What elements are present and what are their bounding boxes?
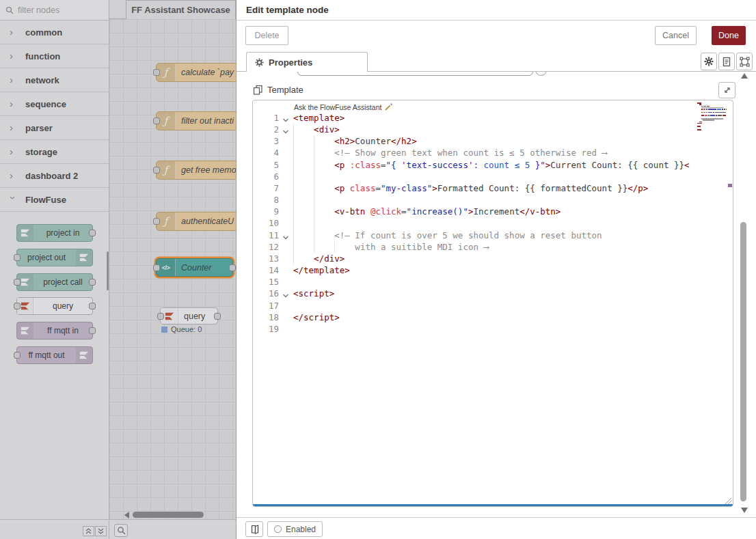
- assistant-hint[interactable]: Ask the FlowFuse Assistant: [294, 102, 393, 111]
- workspace-search-button[interactable]: [114, 524, 128, 537]
- code-line-16: 16<script>: [253, 288, 733, 299]
- node-appearance-button[interactable]: [736, 53, 753, 70]
- delete-button[interactable]: Delete: [245, 26, 288, 45]
- node-label: get free memo: [176, 165, 236, 175]
- palette-category-label: dashboard 2: [25, 171, 78, 181]
- palette-category-label: FlowFuse: [25, 195, 66, 205]
- flow-node-calculate-pay[interactable]: ƒcalculate `pay: [156, 63, 236, 82]
- node-enabled-toggle[interactable]: Enabled: [267, 521, 323, 537]
- palette-category-function[interactable]: ›function: [0, 44, 109, 68]
- flow-node-query[interactable]: query: [160, 307, 218, 324]
- edit-template-node-dialog: Edit template node Delete Cancel Done Pr…: [236, 0, 756, 539]
- input-port[interactable]: [153, 264, 160, 271]
- flow-node-filter-out-inacti[interactable]: ƒfilter out inacti: [156, 111, 236, 130]
- editor-resize-grip[interactable]: [723, 495, 732, 504]
- palette-node-project-in[interactable]: project in: [16, 224, 93, 242]
- code-line-8: 8: [253, 194, 733, 206]
- palette-category-parser[interactable]: ›parser: [0, 116, 109, 140]
- template-code-editor[interactable]: Ask the FlowFuse Assistant 1<template>2<…: [252, 100, 733, 507]
- flow-tab[interactable]: FF Assistant Showcase: [126, 0, 236, 19]
- palette-category-label: network: [25, 75, 59, 85]
- dialog-scrollbar-thumb[interactable]: [740, 222, 746, 501]
- palette-node-query[interactable]: query: [16, 297, 93, 315]
- enabled-state-icon: [274, 525, 282, 533]
- cancel-button[interactable]: Cancel: [655, 26, 697, 45]
- node-label: filter out inacti: [176, 116, 236, 126]
- hscroll-left-arrow[interactable]: [124, 512, 129, 519]
- output-port[interactable]: [229, 264, 236, 271]
- palette-node-label: ff mqtt out: [17, 350, 76, 360]
- palette-category-label: parser: [25, 123, 53, 133]
- editor-focus-bar: [253, 504, 733, 506]
- flow-node-Counter[interactable]: </>Counter: [156, 258, 233, 277]
- queue-status-text: Queue: 0: [171, 325, 202, 333]
- hscroll-thumb[interactable]: [133, 512, 204, 518]
- template-copy-icon: [253, 85, 263, 95]
- chevron-right-icon: ›: [10, 77, 16, 83]
- resize-grip-icon: [723, 496, 732, 505]
- chevron-double-up-icon: [85, 527, 92, 535]
- workspace[interactable]: FF Assistant Showcase ƒcalculate `payƒfi…: [109, 0, 236, 519]
- input-port[interactable]: [157, 313, 164, 320]
- flow-node-get-free-memo[interactable]: ƒget free memo: [156, 161, 236, 180]
- input-port[interactable]: [153, 167, 160, 174]
- input-port[interactable]: [14, 352, 21, 359]
- output-port[interactable]: [89, 230, 96, 236]
- palette-search-input[interactable]: filter nodes: [0, 0, 109, 20]
- palette-category-common[interactable]: ›common: [0, 20, 109, 44]
- palette-category-dashboard-2[interactable]: ›dashboard 2: [0, 164, 109, 188]
- indent-guide: [293, 194, 294, 206]
- code-line-9: 9<v-btn @click="increase()">Increment</v…: [253, 206, 733, 217]
- line-number: 13: [253, 253, 279, 264]
- input-port[interactable]: [14, 279, 21, 286]
- palette-node-ff-mqtt-in[interactable]: ff mqtt in: [16, 322, 93, 340]
- palette-scrollbar[interactable]: [107, 251, 109, 290]
- input-port[interactable]: [153, 218, 160, 225]
- palette-node-project-call[interactable]: project call: [16, 273, 93, 291]
- code-line-15: 15: [253, 276, 733, 288]
- code-line-4: 4<!— Show green text when count is ≤ 5 o…: [253, 147, 733, 158]
- input-port[interactable]: [14, 254, 21, 261]
- done-button[interactable]: Done: [712, 26, 746, 45]
- output-port[interactable]: [89, 303, 96, 309]
- line-number: 16: [253, 288, 279, 299]
- chevron-right-icon: ›: [10, 172, 16, 179]
- palette-footer: [0, 519, 109, 539]
- output-port[interactable]: [89, 327, 96, 334]
- node-help-button[interactable]: [245, 521, 263, 537]
- palette-category-FlowFuse[interactable]: ›FlowFuse: [0, 188, 109, 212]
- input-port[interactable]: [153, 69, 160, 76]
- output-port[interactable]: [214, 313, 221, 320]
- node-label: Counter: [176, 263, 232, 273]
- code-line-12: 12with a suitible MDI icon ⟶: [253, 241, 733, 253]
- gear-icon: [704, 57, 714, 66]
- node-label: authenticateU: [176, 217, 236, 226]
- queue-status-dot: [161, 327, 167, 333]
- node-properties-button[interactable]: [701, 53, 717, 70]
- input-port[interactable]: [153, 118, 160, 124]
- minimap-row: [696, 130, 729, 132]
- palette-category-storage[interactable]: ›storage: [0, 140, 109, 164]
- palette-node-project-out[interactable]: project out: [16, 249, 93, 266]
- output-port[interactable]: [89, 279, 96, 286]
- palette-category-label: storage: [25, 147, 57, 157]
- palette-category-network[interactable]: ›network: [0, 68, 109, 92]
- tab-properties[interactable]: Properties: [246, 52, 368, 72]
- chevron-down-icon: ›: [10, 196, 16, 203]
- palette-collapse-all-button[interactable]: [83, 526, 94, 536]
- input-port[interactable]: [14, 303, 21, 309]
- dialog-scroll-up-arrow[interactable]: [741, 73, 748, 79]
- workspace-tabbar: FF Assistant Showcase: [109, 0, 236, 19]
- palette-category-label: function: [25, 51, 60, 61]
- palette-node-ff-mqtt-out[interactable]: ff mqtt out: [16, 346, 93, 364]
- palette-node-label: project call: [33, 277, 92, 287]
- editor-minimap[interactable]: [696, 102, 729, 134]
- flow-node-authenticateU[interactable]: ƒauthenticateU: [156, 212, 236, 231]
- code-text: </template>: [293, 264, 350, 276]
- dialog-scroll-down-arrow[interactable]: [741, 508, 748, 513]
- editor-expand-button[interactable]: [718, 82, 735, 98]
- line-number: 11: [253, 230, 279, 241]
- palette-category-sequence[interactable]: ›sequence: [0, 92, 109, 116]
- node-description-button[interactable]: [718, 53, 735, 70]
- palette-expand-all-button[interactable]: [95, 526, 107, 536]
